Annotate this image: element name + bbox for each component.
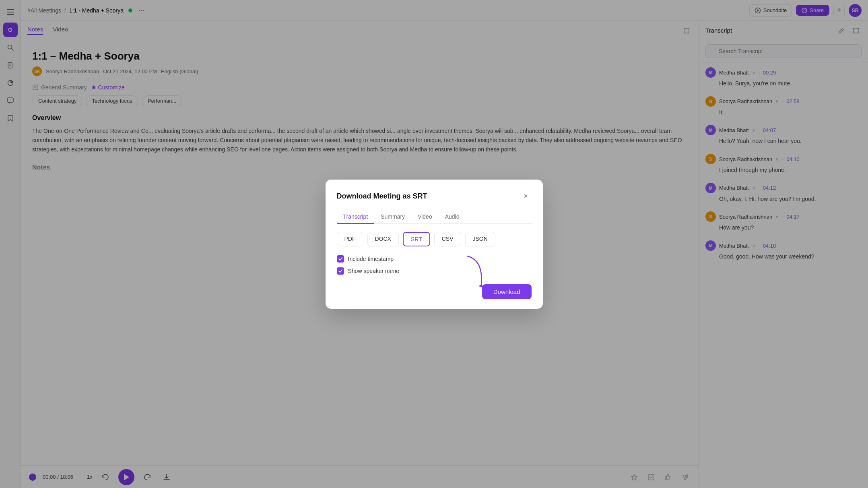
format-srt-button[interactable]: SRT — [403, 232, 430, 246]
show-speaker-name-row: Show speaker name — [337, 267, 532, 275]
modal-footer: Download — [337, 284, 532, 299]
modal-close-button[interactable]: × — [520, 191, 532, 202]
format-csv-button[interactable]: CSV — [434, 232, 461, 246]
include-timestamp-checkbox[interactable] — [337, 255, 344, 263]
include-timestamp-label: Include timestamp — [348, 256, 394, 262]
format-json-button[interactable]: JSON — [465, 232, 495, 246]
format-buttons: PDF DOCX SRT CSV JSON — [337, 232, 532, 246]
show-speaker-name-label: Show speaker name — [348, 268, 400, 274]
include-timestamp-row: Include timestamp — [337, 255, 532, 263]
modal-tab-summary[interactable]: Summary — [374, 210, 411, 224]
format-docx-button[interactable]: DOCX — [367, 232, 399, 246]
modal-overlay[interactable]: Download Meeting as SRT × Transcript Sum… — [0, 0, 868, 488]
modal-title: Download Meeting as SRT — [337, 192, 427, 201]
modal-header: Download Meeting as SRT × — [337, 191, 532, 202]
modal-tabs: Transcript Summary Video Audio — [337, 210, 532, 224]
modal-tab-audio[interactable]: Audio — [439, 210, 466, 224]
modal-tab-transcript[interactable]: Transcript — [337, 210, 375, 224]
download-button[interactable]: Download — [482, 284, 532, 299]
show-speaker-name-checkbox[interactable] — [337, 267, 344, 275]
download-modal: Download Meeting as SRT × Transcript Sum… — [326, 180, 543, 309]
format-pdf-button[interactable]: PDF — [337, 232, 363, 246]
modal-tab-video[interactable]: Video — [411, 210, 439, 224]
